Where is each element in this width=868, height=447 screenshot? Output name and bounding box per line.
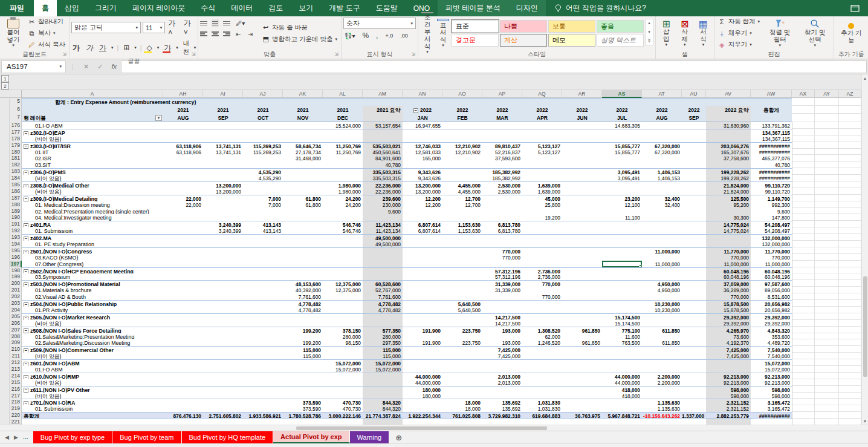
value-cell[interactable] [562, 300, 602, 307]
header-cell[interactable] [562, 98, 602, 106]
value-cell[interactable] [243, 313, 283, 320]
value-cell[interactable] [682, 346, 706, 353]
value-cell[interactable] [839, 168, 861, 175]
value-cell[interactable]: 11,250,769 [323, 149, 363, 155]
font-name-select[interactable]: 맑은 고딕▾ [71, 22, 141, 33]
value-cell[interactable] [203, 373, 243, 379]
value-cell[interactable] [682, 188, 706, 195]
value-cell[interactable] [839, 181, 861, 188]
value-cell[interactable] [203, 366, 243, 373]
value-cell[interactable]: 3,095,491 [602, 175, 642, 181]
value-cell[interactable] [482, 293, 522, 300]
value-cell[interactable] [815, 399, 839, 405]
value-cell[interactable] [815, 162, 839, 168]
row-header[interactable]: 218 [10, 399, 22, 405]
format-painter-button[interactable]: 🖉서식 복사 [26, 40, 67, 50]
value-cell[interactable] [203, 234, 243, 241]
value-cell[interactable] [682, 339, 706, 346]
row-header[interactable]: 198 [10, 267, 22, 274]
value-cell[interactable] [839, 353, 861, 359]
value-cell[interactable]: 6,813,780 [482, 221, 522, 227]
value-cell[interactable] [642, 129, 682, 135]
value-cell[interactable] [403, 293, 442, 300]
value-cell[interactable] [839, 247, 861, 254]
value-cell[interactable]: 4,489,720 [751, 339, 792, 346]
value-cell[interactable] [682, 419, 706, 425]
value-cell[interactable] [792, 254, 815, 261]
value-cell[interactable] [792, 267, 815, 274]
value-cell[interactable]: 21,824,000 [706, 188, 751, 195]
merge-center-button[interactable]: ⬒병합하고 가운데 맞춤▾ [260, 34, 339, 44]
row-header[interactable]: 219 [10, 405, 22, 412]
value-cell[interactable]: 11,250,769 [323, 142, 363, 149]
value-cell[interactable]: 115,269,253 [243, 142, 283, 149]
row-header[interactable]: 184 [10, 175, 22, 181]
value-cell[interactable] [642, 188, 682, 195]
value-cell[interactable]: 11,770,000 [751, 247, 792, 254]
value-cell[interactable] [682, 254, 706, 261]
value-cell[interactable]: 61,800 [283, 201, 323, 208]
value-cell[interactable] [442, 366, 482, 373]
value-cell[interactable] [482, 122, 522, 129]
value-cell[interactable] [403, 333, 442, 340]
horizontal-scroll-thumb[interactable] [296, 426, 547, 430]
value-cell[interactable]: 14,775,024 [706, 227, 751, 234]
value-cell[interactable]: 15,174,500 [602, 313, 642, 320]
value-cell[interactable]: 3,729,982,310 [482, 412, 522, 419]
value-cell[interactable]: 12,700 [442, 201, 482, 208]
value-cell[interactable]: 1,246,520 [522, 339, 562, 346]
row-header[interactable]: 202 [10, 293, 22, 300]
value-cell[interactable]: 876,476,130 [163, 412, 203, 419]
value-cell[interactable]: 203,066,276 [706, 142, 751, 149]
vertical-scrollbar[interactable]: ▲ ▼ [861, 74, 868, 425]
value-cell[interactable]: 5,123,127 [522, 149, 562, 155]
value-cell[interactable]: 99,110,720 [751, 188, 792, 195]
value-cell[interactable] [815, 208, 839, 215]
value-cell[interactable]: 54,208,497 [751, 227, 792, 234]
value-cell[interactable] [163, 162, 203, 168]
value-cell[interactable] [815, 339, 839, 346]
value-cell[interactable] [203, 339, 243, 346]
value-cell[interactable] [815, 195, 839, 201]
addins-button[interactable]: 추가 기능 [836, 18, 866, 49]
value-cell[interactable] [706, 135, 751, 142]
value-cell[interactable] [792, 393, 815, 399]
header-cell[interactable] [682, 98, 706, 106]
value-cell[interactable] [203, 307, 243, 313]
new-sheet-button[interactable]: ⊕ [389, 431, 408, 443]
value-cell[interactable]: 92,213,000 [706, 373, 751, 379]
value-cell[interactable]: 30,300 [706, 214, 751, 221]
clipboard-dialog-launcher[interactable]: ⇲ [62, 51, 68, 57]
value-cell[interactable]: 92,213,000 [751, 379, 792, 386]
value-cell[interactable] [163, 379, 203, 386]
value-cell[interactable] [682, 247, 706, 254]
row-label-cell[interactable]: (비어 있음) [22, 188, 163, 195]
value-cell[interactable] [792, 320, 815, 327]
row-label-cell[interactable]: −z308.(I-O)Medical Other [22, 181, 163, 188]
row-header[interactable]: 193 [10, 234, 22, 241]
value-cell[interactable] [243, 327, 283, 333]
value-cell[interactable] [163, 227, 203, 234]
row-header[interactable]: 208 [10, 333, 22, 340]
value-cell[interactable] [815, 175, 839, 181]
value-cell[interactable]: 770,000 [706, 254, 751, 261]
value-cell[interactable] [163, 261, 203, 267]
value-cell[interactable] [482, 208, 522, 215]
value-cell[interactable] [839, 327, 861, 333]
value-cell[interactable] [642, 320, 682, 327]
value-cell[interactable] [442, 386, 482, 393]
value-cell[interactable] [403, 353, 442, 359]
value-cell[interactable]: 844,320 [363, 399, 403, 405]
value-cell[interactable] [815, 393, 839, 399]
clear-button[interactable]: ◈지우기▾ [716, 40, 762, 50]
value-cell[interactable] [522, 227, 562, 234]
header-cell[interactable] [839, 98, 861, 106]
value-cell[interactable]: 135,692 [482, 399, 522, 405]
column-header[interactable]: AN [403, 90, 442, 98]
value-cell[interactable] [243, 162, 283, 168]
value-cell[interactable] [243, 234, 283, 241]
value-cell[interactable]: ########### [751, 149, 792, 155]
value-cell[interactable]: 3,095,491 [602, 168, 642, 175]
month-header-cell[interactable]: OCT [243, 114, 283, 122]
value-cell[interactable] [642, 208, 682, 215]
